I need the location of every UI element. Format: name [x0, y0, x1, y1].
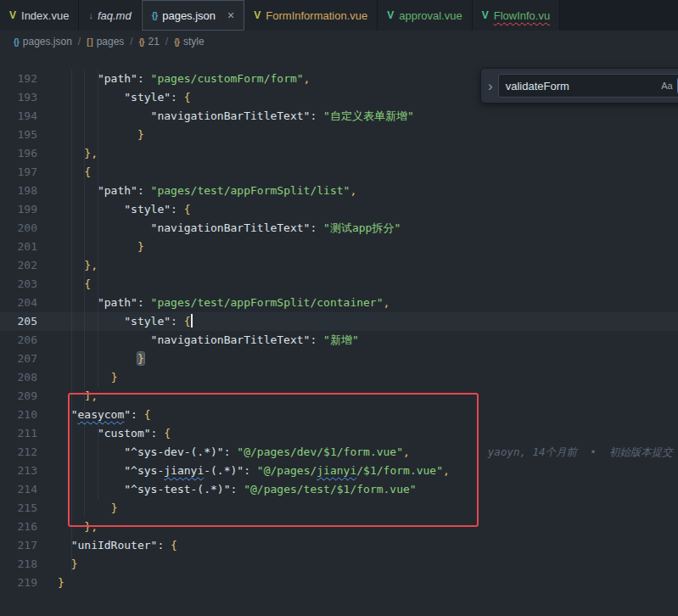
code-line-200[interactable]: 200 "navigationBarTitleText": "测试app拆分": [0, 219, 678, 238]
line-number[interactable]: 193: [0, 88, 37, 107]
line-number[interactable]: 192: [0, 70, 37, 88]
code-line-208[interactable]: 208 }: [0, 368, 678, 387]
code-text: "^sys-test-(.*)": "@/pages/test/$1/form.…: [58, 480, 417, 499]
code-token: -(.*)":: [204, 464, 257, 477]
code-line-216[interactable]: 216 },: [0, 518, 678, 536]
code-line-205[interactable]: 205 "style": {: [0, 312, 678, 331]
code-line-219[interactable]: 219}: [0, 574, 678, 592]
code-text: "navigationBarTitleText": "测试app拆分": [58, 219, 401, 238]
code-text: "path": "pages/test/appFormSplit/contain…: [58, 294, 389, 312]
line-number[interactable]: 194: [0, 107, 37, 126]
code-token: {: [184, 91, 191, 104]
code-line-206[interactable]: 206 "navigationBarTitleText": "新增": [0, 331, 678, 350]
tab-faq-md[interactable]: ↓faq.md: [79, 0, 141, 31]
code-token: }: [111, 371, 118, 384]
code-text: "custom": {: [58, 424, 171, 443]
line-number[interactable]: 217: [0, 536, 37, 555]
code-line-196[interactable]: 196 },: [0, 144, 678, 163]
code-token: }: [111, 501, 118, 514]
vue-file-icon: V: [482, 9, 489, 21]
line-number[interactable]: 214: [0, 480, 37, 499]
code-line-194[interactable]: 194 "navigationBarTitleText": "自定义表单新增": [0, 107, 678, 126]
breadcrumb-item-21[interactable]: {}21: [139, 36, 160, 48]
breadcrumb-separator: /: [130, 36, 132, 48]
code-token: "path":: [98, 296, 151, 309]
line-number[interactable]: 211: [0, 424, 37, 443]
code-token: "pages/customForm/form": [151, 72, 304, 85]
code-line-198[interactable]: 198 "path": "pages/test/appFormSplit/lis…: [0, 182, 678, 200]
code-line-204[interactable]: 204 "path": "pages/test/appFormSplit/con…: [0, 294, 678, 312]
line-number[interactable]: 202: [0, 256, 37, 275]
code-line-210[interactable]: 210 "easycom": {: [0, 406, 678, 424]
tab-forminformation-vue[interactable]: VFormInformation.vue: [244, 0, 378, 31]
symbol-icon: {}: [14, 37, 19, 47]
code-line-207[interactable]: 207 }: [0, 350, 678, 368]
code-token: }: [137, 128, 144, 141]
code-text: }: [58, 368, 117, 387]
tab-flowinfo-vu[interactable]: VFlowInfo.vu: [473, 0, 561, 31]
find-input-box[interactable]: validateForm Aaab.*: [498, 74, 678, 98]
code-line-215[interactable]: 215 }: [0, 499, 678, 518]
code-line-217[interactable]: 217 "uniIdRouter": {: [0, 536, 678, 555]
code-token: "^sys-dev-(.*)":: [124, 445, 237, 458]
line-number[interactable]: 216: [0, 518, 37, 536]
code-line-218[interactable]: 218 }: [0, 555, 678, 574]
code-line-195[interactable]: 195 }: [0, 126, 678, 144]
code-text: "easycom": {: [58, 406, 151, 424]
line-number[interactable]: 208: [0, 368, 37, 387]
line-number[interactable]: 201: [0, 238, 37, 256]
code-token: },: [84, 259, 98, 272]
code-line-211[interactable]: 211 "custom": {: [0, 424, 678, 443]
tab-label: approval.vue: [399, 9, 462, 22]
code-line-212[interactable]: 212 "^sys-dev-(.*)": "@/pages/dev/$1/for…: [0, 443, 678, 462]
breadcrumb-item-pages[interactable]: [ ]pages: [87, 36, 124, 48]
code-token: "@/pages/: [257, 464, 317, 477]
code-text: }: [58, 238, 144, 256]
line-number[interactable]: 209: [0, 387, 37, 406]
code-token: ],: [84, 389, 98, 402]
match-case-toggle-icon[interactable]: Aa: [658, 77, 675, 94]
code-line-213[interactable]: 213 "^sys-jianyi-(.*)": "@/pages/jianyi/…: [0, 462, 678, 480]
close-tab-icon[interactable]: ×: [227, 9, 234, 21]
line-number[interactable]: 200: [0, 219, 37, 238]
editor[interactable]: 192 "path": "pages/customForm/form",193 …: [0, 53, 678, 616]
line-number[interactable]: 204: [0, 294, 37, 312]
line-number[interactable]: 219: [0, 574, 37, 592]
code-line-201[interactable]: 201 }: [0, 238, 678, 256]
tab-label: Index.vue: [21, 9, 69, 22]
line-number[interactable]: 199: [0, 200, 37, 219]
breadcrumb-item-style[interactable]: {}style: [174, 36, 204, 48]
code-line-209[interactable]: 209 ],: [0, 387, 678, 406]
line-number[interactable]: 213: [0, 462, 37, 480]
line-number[interactable]: 197: [0, 163, 37, 182]
tab-pages-json[interactable]: {}pages.json×: [142, 0, 245, 31]
find-query-input[interactable]: validateForm: [506, 80, 657, 92]
line-number[interactable]: 205: [0, 312, 37, 331]
breadcrumb-separator: /: [78, 36, 81, 48]
breadcrumb-item-pages-json[interactable]: {}pages.json: [14, 36, 72, 48]
code-line-202[interactable]: 202 },: [0, 256, 678, 275]
line-number[interactable]: 207: [0, 350, 37, 368]
tab-label: faq.md: [98, 9, 132, 22]
line-number[interactable]: 212: [0, 443, 37, 462]
code-line-197[interactable]: 197 {: [0, 163, 678, 182]
code-text: "style": {: [58, 312, 193, 331]
find-widget: › validateForm Aaab.*: [480, 68, 678, 104]
tab-index-vue[interactable]: VIndex.vue: [0, 0, 79, 31]
line-number[interactable]: 198: [0, 182, 37, 200]
line-number[interactable]: 206: [0, 331, 37, 350]
line-number[interactable]: 215: [0, 499, 37, 518]
code-token: "pages/test/appFormSplit/container": [151, 296, 384, 309]
line-number[interactable]: 195: [0, 126, 37, 144]
line-number[interactable]: 210: [0, 406, 37, 424]
line-number[interactable]: 196: [0, 144, 37, 163]
line-number[interactable]: 203: [0, 275, 37, 294]
code-line-199[interactable]: 199 "style": {: [0, 200, 678, 219]
symbol-icon: {}: [139, 37, 144, 47]
chevron-right-icon[interactable]: ›: [488, 79, 493, 93]
code-line-214[interactable]: 214 "^sys-test-(.*)": "@/pages/test/$1/f…: [0, 480, 678, 499]
code-line-203[interactable]: 203 {: [0, 275, 678, 294]
line-number[interactable]: 218: [0, 555, 37, 574]
tab-approval-vue[interactable]: Vapproval.vue: [378, 0, 472, 31]
symbol-icon: [ ]: [87, 37, 92, 47]
